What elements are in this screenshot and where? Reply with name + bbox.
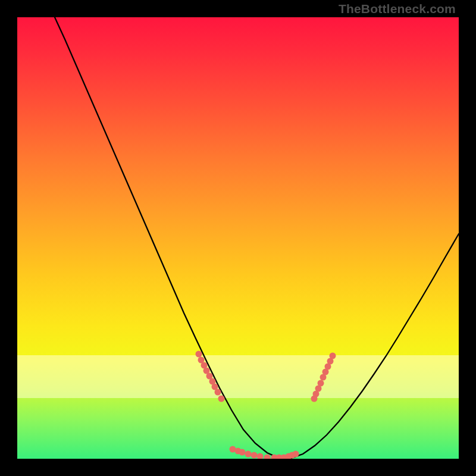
plot-area [17, 17, 459, 459]
marker-dot [293, 451, 299, 458]
marker-dot [251, 452, 258, 459]
marker-dot [264, 455, 271, 459]
marker-dot [245, 451, 252, 458]
outer-black-frame: TheBottleneck.com [0, 0, 476, 476]
watermark-text: TheBottleneck.com [339, 2, 456, 16]
data-markers [196, 351, 336, 459]
marker-dot [330, 353, 336, 359]
bottleneck-curve [55, 17, 459, 458]
marker-dot [215, 389, 221, 396]
marker-dot [218, 396, 225, 402]
marker-dot [196, 351, 202, 358]
chart-svg [17, 17, 459, 459]
marker-dot [318, 380, 324, 387]
marker-dot [239, 449, 246, 456]
marker-dot [257, 453, 264, 459]
